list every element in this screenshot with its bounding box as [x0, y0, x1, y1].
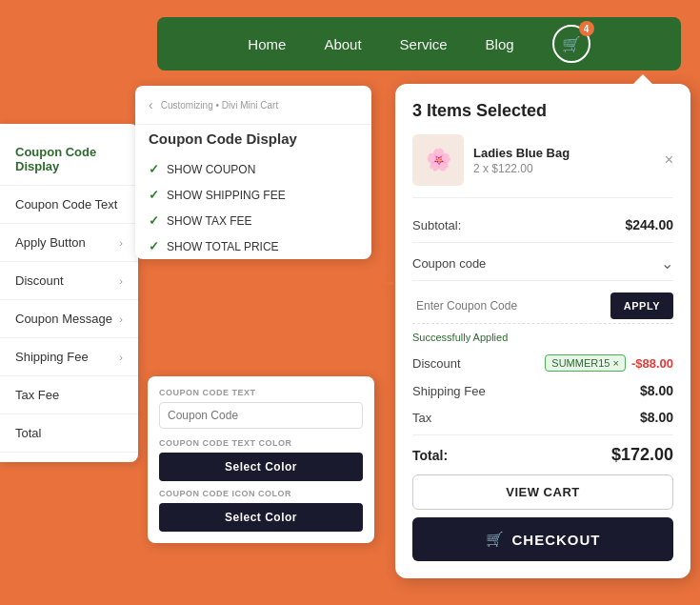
cart-panel: 3 Items Selected 🌸 Ladies Blue Bag 2 x $…: [395, 84, 690, 578]
sidebar-item-shipping-fee[interactable]: Shipping Fee ›: [0, 338, 138, 376]
icon-color-label: COUPON CODE ICON COLOR: [159, 489, 363, 498]
sidebar-item-coupon-message[interactable]: Coupon Message ›: [0, 300, 138, 338]
coupon-text-panel: COUPON CODE TEXT COUPON CODE TEXT COLOR …: [148, 376, 374, 543]
item-name: Ladies Blue Bag: [473, 146, 655, 160]
item-info: Ladies Blue Bag 2 x $122.00: [473, 146, 655, 175]
sidebar-item-label: Shipping Fee: [15, 350, 89, 364]
nav-service[interactable]: Service: [400, 36, 448, 52]
sidebar-item-discount[interactable]: Discount ›: [0, 262, 138, 300]
discount-label: Discount: [412, 356, 461, 371]
apply-coupon-button[interactable]: APPLY: [610, 292, 673, 319]
nav-about[interactable]: About: [324, 36, 361, 52]
sidebar-item-total[interactable]: Total: [0, 414, 138, 453]
text-color-label: COUPON CODE TEXT COLOR: [159, 438, 363, 448]
tax-label: Tax: [412, 411, 431, 425]
sidebar-item-label: Coupon Message: [15, 312, 112, 326]
option-label: SHOW TOTAL PRICE: [167, 240, 279, 253]
shipping-value: $8.00: [640, 383, 673, 398]
option-label: SHOW COUPON: [167, 163, 255, 176]
customizer-option-show-shipping[interactable]: ✓ SHOW SHIPPING FEE: [135, 182, 371, 208]
view-cart-button[interactable]: VIEW CART: [412, 474, 673, 510]
shipping-label: Shipping Fee: [412, 384, 486, 398]
coupon-code-label: Coupon code: [412, 256, 486, 271]
cart-icon: 🛒: [562, 35, 581, 53]
check-icon: ✓: [149, 188, 159, 202]
customizer-option-show-coupon[interactable]: ✓ SHOW COUPON: [135, 156, 371, 182]
discount-row: Discount SUMMER15 × -$88.00: [412, 349, 673, 377]
subtotal-value: $244.00: [625, 217, 673, 232]
back-button[interactable]: ‹: [149, 97, 153, 112]
coupon-text-input[interactable]: [159, 402, 363, 429]
check-icon: ✓: [149, 239, 159, 253]
customizer-panel: ‹ Customizing • Divi Mini Cart Coupon Co…: [135, 86, 371, 259]
customizer-option-show-total[interactable]: ✓ SHOW TOTAL PRICE: [135, 233, 371, 259]
sidebar-item-tax-fee[interactable]: Tax Fee: [0, 376, 138, 414]
sidebar-item-label: Coupon Code Display: [15, 145, 123, 173]
customizer-option-show-tax[interactable]: ✓ SHOW TAX FEE: [135, 208, 371, 233]
chevron-right-icon: ›: [119, 352, 123, 363]
sidebar-item-coupon-code-text[interactable]: Coupon Code Text: [0, 186, 138, 224]
nav-blog[interactable]: Blog: [486, 36, 514, 52]
remove-item-button[interactable]: ×: [665, 151, 673, 169]
nav-home[interactable]: Home: [248, 36, 286, 52]
discount-tag: SUMMER15 ×: [545, 354, 626, 372]
subtotal-row: Subtotal: $244.00: [412, 212, 673, 243]
cart-title: 3 Items Selected: [412, 101, 673, 121]
text-color-select-button[interactable]: Select Color: [159, 453, 363, 481]
shipping-row: Shipping Fee $8.00: [412, 377, 673, 404]
coupon-toggle-row[interactable]: Coupon code ⌄: [412, 247, 673, 281]
breadcrumb: Customizing • Divi Mini Cart: [161, 100, 279, 111]
item-image: 🌸: [412, 134, 464, 186]
tax-row: Tax $8.00: [412, 404, 673, 431]
coupon-code-input[interactable]: [412, 292, 603, 319]
chevron-right-icon: ›: [119, 275, 123, 287]
discount-code: SUMMER15: [551, 357, 610, 369]
discount-value: -$88.00: [631, 356, 673, 371]
checkout-label: CHECKOUT: [512, 532, 601, 548]
total-value: $172.00: [611, 445, 673, 465]
sidebar-item-apply-button[interactable]: Apply Button ›: [0, 224, 138, 262]
chevron-right-icon: ›: [119, 313, 123, 325]
coupon-text-label: COUPON CODE TEXT: [159, 388, 363, 397]
total-row: Total: $172.00: [412, 434, 673, 474]
navbar: Home About Service Blog 🛒 4: [157, 17, 681, 71]
checkout-cart-icon: 🛒: [486, 531, 505, 548]
sidebar-item-label: Total: [15, 426, 41, 440]
sidebar-panel: Coupon Code Display Coupon Code Text App…: [0, 124, 138, 462]
customizer-title: Coupon Code Display: [135, 125, 371, 156]
chevron-down-icon: ⌄: [661, 254, 673, 272]
chevron-right-icon: ›: [119, 237, 123, 249]
cart-button[interactable]: 🛒 4: [552, 25, 590, 63]
check-icon: ✓: [149, 162, 159, 176]
cart-item: 🌸 Ladies Blue Bag 2 x $122.00 ×: [412, 134, 673, 198]
remove-coupon-icon[interactable]: ×: [612, 357, 618, 369]
coupon-input-row: APPLY: [412, 289, 673, 324]
sidebar-item-label: Apply Button: [15, 235, 86, 250]
item-qty-price: 2 x $122.00: [473, 162, 655, 175]
option-label: SHOW SHIPPING FEE: [167, 189, 286, 202]
sidebar-item-label: Discount: [15, 273, 64, 288]
sidebar-item-label: Tax Fee: [15, 388, 59, 402]
subtotal-label: Subtotal:: [412, 218, 461, 232]
arrow-indicator: ➜: [373, 267, 395, 298]
icon-color-select-button[interactable]: Select Color: [159, 503, 363, 532]
total-label: Total:: [412, 448, 448, 463]
tax-value: $8.00: [640, 410, 673, 425]
cart-badge: 4: [579, 21, 594, 36]
customizer-header: ‹ Customizing • Divi Mini Cart: [135, 86, 371, 125]
sidebar-item-coupon-code-display[interactable]: Coupon Code Display: [0, 133, 138, 186]
sidebar-item-label: Coupon Code Text: [15, 197, 117, 212]
checkout-button[interactable]: 🛒 CHECKOUT: [412, 517, 673, 561]
check-icon: ✓: [149, 213, 159, 228]
coupon-success-text: Successfully Applied: [412, 332, 673, 343]
option-label: SHOW TAX FEE: [167, 214, 252, 228]
